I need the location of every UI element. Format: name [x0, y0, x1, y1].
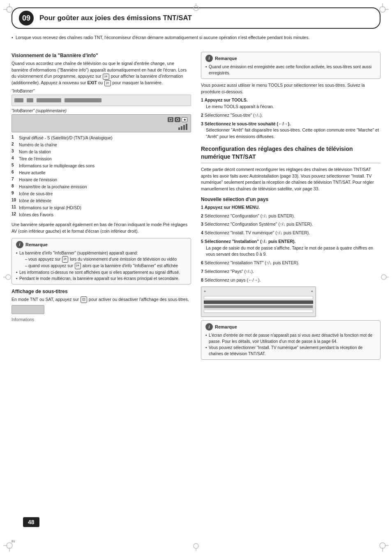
step-tools-1: 1 Appuyez sur TOOLS. Le menu TOOLS appar… — [201, 97, 380, 110]
banner2-icons-row: ★ — [168, 117, 187, 122]
right-remark-box: i Remarque Quand une émission est enregi… — [201, 52, 380, 79]
banner-bar-1 — [14, 98, 23, 102]
sig-text-12: Icônes des Favoris — [19, 212, 191, 218]
left-remark-item-2: Les informations ci-dessus ne sont affic… — [16, 269, 187, 275]
step-text-8: Sélectionnez un pays (←/→). — [205, 278, 261, 282]
svg-point-18 — [381, 275, 386, 280]
svg-rect-20 — [169, 118, 172, 121]
sig-num-7: 7 — [12, 177, 17, 183]
step-text-1: Appuyez sur HOME MENU. — [205, 205, 260, 210]
sous-titres-heading: Affichage de sous-titres — [12, 289, 191, 294]
remark-icon-right: i — [205, 55, 213, 62]
step-text-7: Sélectionnez "Pays" (↑/↓). — [205, 269, 254, 274]
left-column: Visionnement de la "Bannière d'info" Qua… — [12, 49, 191, 363]
sig-text-6: Heure actuelle — [19, 170, 191, 176]
step-num-2: 2 — [201, 213, 203, 218]
country-item-4 — [204, 310, 313, 313]
left-remark-sublist: vous appuyez sur i+ lors du visionnement… — [19, 256, 187, 269]
country-plus-right: + — [311, 289, 313, 294]
sig-num-3: 3 — [12, 149, 17, 155]
step-num-5: 5 — [201, 239, 203, 244]
bar2 — [181, 126, 182, 130]
corner-mark-tr — [376, 3, 389, 16]
right-remark-item-1: Quand une émission est enregistrée avec … — [205, 64, 376, 76]
country-plus-left: + — [204, 289, 206, 294]
left-remark-title: i Remarque — [16, 241, 187, 248]
reconfig-remark-item-2: Vous pouvez sélectionner "Install. TV nu… — [205, 345, 376, 357]
step-tools-text-1: Appuyez sur TOOLS. — [205, 97, 248, 102]
banner-icon-1 — [168, 117, 173, 122]
nouvelle-heading: Nouvelle sélection d'un pays — [201, 197, 380, 202]
sig-num-2: 2 — [12, 142, 17, 148]
step-text-3: Sélectionnez "Configuration Système" (↑/… — [205, 222, 313, 227]
step-5: 5 Sélectionnez "Installation" (↑/↓ puis … — [201, 238, 380, 258]
step-num-7: 7 — [201, 269, 203, 274]
sig-num-6: 6 — [12, 170, 17, 176]
sig-text-1: Signal diffusé - S (Satellite)/D (TNT)/A… — [19, 135, 191, 141]
signal-grid: 1Signal diffusé - S (Satellite)/D (TNT)/… — [12, 135, 191, 218]
step-tools-num-1: 1 — [201, 97, 203, 102]
chapter-number: 09 — [19, 11, 34, 25]
sig-num-9: 9 — [12, 191, 17, 197]
center-mark-bottom — [192, 541, 200, 552]
svg-point-12 — [194, 6, 198, 11]
step-num-6: 6 — [201, 260, 203, 265]
reconfig-remark-item-1: L'écran d'entrée de mot de passe n'appar… — [205, 332, 376, 345]
banner1-graphic — [12, 95, 191, 106]
top-note: Lorsque vous recevez des chaînes radio T… — [12, 35, 380, 41]
sig-text-2: Numéro de la chaîne — [19, 142, 191, 148]
sig-text-10: Icône de télétexte — [19, 198, 191, 204]
step-detail-5: La page de saisie du mot de passe s'affi… — [201, 245, 380, 258]
subtitles-btn-icon: ⊡ — [81, 296, 87, 303]
step-tools-3: 3 Sélectionnez le sous-titre souhaité (←… — [201, 121, 380, 140]
signal-bars — [178, 124, 187, 130]
center-mark-top — [192, 3, 200, 14]
sig-text-11: Informations sur le signal (HD/SD) — [19, 205, 191, 211]
banner-bar-2 — [27, 98, 33, 102]
bar4 — [186, 124, 187, 130]
btn-icon-i: i+ — [62, 256, 68, 263]
svg-point-6 — [7, 543, 12, 548]
banner2-graphic: ★ — [12, 114, 191, 132]
step-tools-2: 2 Sélectionnez "Sous-titre" (↑/↓). — [201, 112, 380, 119]
step-tools-text-3: Sélectionnez le sous-titre souhaité (←/→… — [205, 121, 291, 126]
step-tools-detail-3: Sélectionner "Arrêt" fait disparaître le… — [201, 127, 380, 140]
svg-point-14 — [194, 543, 198, 548]
sig-num-12: 12 — [12, 212, 17, 218]
reconfig-remark-box: i Remarque L'écran d'entrée de mot de pa… — [201, 320, 380, 360]
bar3 — [183, 125, 185, 130]
sig-text-9: Icône de sous-titre — [19, 191, 191, 197]
right-column: i Remarque Quand une émission est enregi… — [201, 49, 380, 363]
step-8: 8 Sélectionnez un pays (←/→). — [201, 277, 380, 284]
svg-point-16 — [6, 275, 11, 280]
svg-point-0 — [7, 7, 12, 12]
reconfig-heading: Reconfiguration des réglages des chaînes… — [201, 145, 380, 163]
banner-desc: Une bannière séparée apparaît également … — [12, 222, 191, 235]
page-lang: Fr — [12, 539, 15, 543]
info-btn-icon: i+ — [103, 74, 109, 80]
corner-mark-br — [376, 539, 389, 552]
left-remark-item-1: La bannière d'info "InfoBanner" (supplém… — [16, 250, 187, 269]
left-remark-label: Remarque — [25, 242, 48, 247]
page-number: 48 — [23, 517, 39, 527]
right-remark-list: Quand une émission est enregistrée avec … — [205, 64, 376, 76]
sous-titres-text: En mode TNT ou SAT, appuyez sur ⊡ pour a… — [12, 296, 191, 303]
btn-icon-i2: i+ — [75, 263, 81, 269]
signal-items-list: 1Signal diffusé - S (Satellite)/D (TNT)/… — [12, 135, 191, 218]
bar1 — [178, 127, 180, 130]
page-number-area: 48 Fr — [12, 539, 15, 543]
banniere-intro: Quand vous accordez une chaîne de télévi… — [12, 60, 191, 86]
content-wrapper: Visionnement de la "Bannière d'info" Qua… — [12, 49, 380, 363]
reconfig-remark-title: i Remarque — [205, 323, 376, 331]
step-text-2: Sélectionnez "Configuration" (↑/↓ puis E… — [205, 213, 295, 218]
left-remark-sub-1: vous appuyez sur i+ lors du visionnement… — [25, 256, 187, 263]
banner-icon-3: ★ — [182, 117, 187, 122]
reconfig-intro: Cette partie décrit comment reconfigurer… — [201, 166, 380, 192]
step-num-8: 8 — [201, 278, 203, 282]
svg-point-21 — [176, 118, 179, 121]
chapter-title: Pour goûter aux joies des émissions TNT/… — [39, 14, 192, 22]
country-item-3 — [204, 305, 313, 308]
remark-icon-reconfig: i — [205, 323, 213, 331]
sig-num-10: 10 — [12, 198, 17, 204]
left-remark-box: i Remarque La bannière d'info "InfoBanne… — [12, 238, 191, 284]
